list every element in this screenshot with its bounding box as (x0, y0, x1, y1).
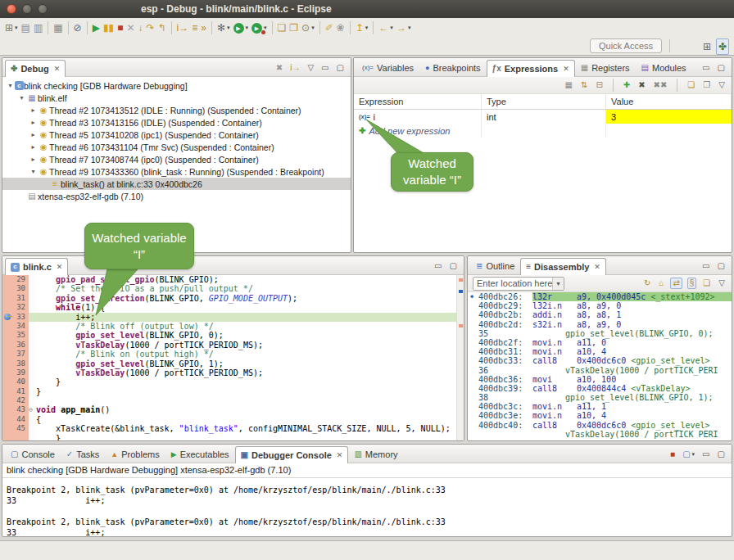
line-number-gutter[interactable]: 30 (2, 284, 29, 293)
debug-icon[interactable]: ✻▾ (215, 20, 232, 36)
save-all-icon[interactable]: ▥ (32, 20, 44, 36)
maximize-icon[interactable]: ▢ (716, 63, 727, 73)
tab-debug[interactable]: ✤ Debug ✕ (5, 60, 66, 77)
run-icon[interactable]: ▶▾ (232, 20, 251, 36)
line-number-gutter[interactable]: 45 (2, 424, 29, 433)
minimize-icon[interactable]: ▭ (433, 261, 443, 271)
maximize-icon[interactable]: ▢ (335, 63, 346, 73)
expand-arrow-icon[interactable]: ▸ (29, 131, 38, 138)
column-header-value[interactable]: Value (606, 94, 732, 109)
expand-arrow-icon[interactable]: ▸ (29, 119, 38, 126)
tree-row[interactable]: ▸◉Thread #5 1073410208 (ipc1) (Suspended… (2, 129, 351, 141)
disassembly-row[interactable]: 400dbc3e:movi.na10, 4 (468, 411, 732, 420)
display-selected-console-icon[interactable]: ▢▾ (681, 449, 696, 459)
tree-row[interactable]: ▸◉Thread #7 1073408744 (ipc0) (Suspended… (2, 153, 351, 165)
maximize-icon[interactable]: ▢ (448, 261, 459, 271)
resume-icon[interactable]: ▶ (91, 20, 102, 36)
editor-line[interactable]: 42 (2, 396, 464, 405)
remove-expression-icon[interactable]: ✖ (637, 80, 646, 90)
last-edit-location-icon[interactable]: ↥▾ (354, 20, 370, 36)
step-into-icon[interactable]: ↓ (136, 20, 144, 36)
skip-all-breakpoints-icon[interactable]: ⊘ (72, 20, 84, 36)
add-new-expression-row[interactable]: ✚ Add new expression (354, 124, 732, 138)
editor-line[interactable]: 34 /* Blink off (output low) */ (2, 322, 464, 331)
remove-all-terminated-icon[interactable]: ✖ (274, 63, 284, 73)
code-editor[interactable]: 29 gpio_pad_select_gpio(BLINK_GPIO);30 /… (2, 275, 464, 441)
terminate-icon[interactable]: ■ (116, 20, 125, 36)
disassembly-row[interactable]: 400dbc33:call80x400dc6c0 <gpio_set_level… (468, 356, 732, 365)
show-source-icon[interactable]: § (687, 278, 697, 289)
tree-row[interactable]: ▸◉Thread #2 1073413512 (IDLE : Running) … (2, 104, 351, 116)
line-number-gutter[interactable]: 33→ (2, 313, 29, 322)
console-output[interactable]: Breakpoint 2, blink_task (pvParameter=0x… (2, 478, 732, 537)
editor-line[interactable]: 38 gpio_set_level(BLINK_GPIO, 1); (2, 359, 464, 368)
tree-row[interactable]: ▾▦blink.elf (2, 92, 351, 104)
disassembly-row[interactable]: 400dbc40:call80x400dc6c0 <gpio_set_level… (468, 421, 732, 430)
tab-breakpoints[interactable]: ●Breakpoints (419, 59, 487, 76)
tree-row[interactable]: ▾cblink checking [GDB Hardware Debugging… (2, 79, 351, 92)
expand-arrow-icon[interactable]: ▾ (29, 168, 38, 175)
column-header-type[interactable]: Type (482, 94, 606, 109)
editor-line[interactable]: 41} (2, 387, 464, 396)
line-number-gutter[interactable]: 34 (2, 322, 29, 331)
tree-row[interactable]: ▤xtensa-esp32-elf-gdb (7.10) (2, 190, 351, 202)
line-number-gutter[interactable]: 40 (2, 377, 29, 386)
collapse-all-icon[interactable]: ⊟ (594, 80, 604, 90)
line-number-gutter[interactable]: 36 (2, 341, 29, 350)
disassembly-row[interactable]: 35gpio_set_level(BLINK_GPIO, 0); (468, 329, 732, 338)
line-number-gutter[interactable]: 38 (2, 359, 29, 368)
location-input[interactable]: Enter location here (473, 278, 552, 290)
refresh-icon[interactable]: ↻ (642, 278, 652, 289)
editor-line[interactable]: 29 gpio_pad_select_gpio(BLINK_GPIO); (2, 275, 464, 284)
forward-icon[interactable]: →▾ (395, 20, 413, 36)
editor-overview-ruler[interactable] (456, 275, 464, 441)
line-number-gutter[interactable]: 39 (2, 368, 29, 377)
tab-debugger-console[interactable]: ▣Debugger Console✕ (235, 446, 349, 463)
line-number-gutter[interactable]: 42 (2, 396, 29, 405)
line-number-gutter[interactable]: 41 (2, 387, 29, 396)
line-number-gutter[interactable]: 29 (2, 275, 29, 284)
tab-console[interactable]: ▢Console (5, 445, 61, 463)
show-logical-structures-icon[interactable]: ⇅ (579, 80, 589, 90)
tab-memory[interactable]: ▥Memory (348, 445, 403, 463)
open-folder-icon[interactable]: ❐ (288, 20, 300, 36)
external-tools-icon[interactable]: ▶▾ (250, 20, 269, 36)
expand-arrow-icon[interactable]: ▾ (6, 82, 15, 89)
editor-line[interactable]: 43⊖void app_main() (2, 405, 464, 414)
editor-line[interactable]: 44{ (2, 415, 464, 424)
minimize-icon[interactable]: ▭ (700, 261, 711, 271)
instruction-stepping-icon[interactable]: i→ (175, 20, 191, 36)
line-number-gutter[interactable] (2, 434, 29, 441)
editor-line[interactable]: } (2, 434, 464, 441)
tab-tasks[interactable]: ✓Tasks (61, 445, 106, 463)
pin-view-icon[interactable]: ❐ (701, 80, 712, 90)
show-type-names-icon[interactable]: ▦ (564, 80, 574, 90)
disassembly-row[interactable]: 400dbc29:l32i.na8, a9, 0 (468, 301, 732, 310)
tab-variables[interactable]: (x)=Variables (356, 59, 419, 76)
back-icon[interactable]: ←▾ (377, 20, 395, 36)
annotation-navigation-icon[interactable]: ❀ (335, 20, 347, 36)
minimize-icon[interactable]: ▭ (319, 63, 330, 73)
disassembly-row[interactable]: 36vTaskDelay(1000 / portTICK_PERI (468, 366, 732, 375)
step-return-icon[interactable]: ↰ (156, 20, 168, 36)
close-tab-icon[interactable]: ✕ (563, 65, 569, 73)
expression-row[interactable]: (x)= i int 3 (354, 110, 732, 124)
editor-line[interactable]: 39 vTaskDelay(1000 / portTICK_PERIOD_MS)… (2, 368, 464, 377)
tab-disassembly[interactable]: ≡Disassembly✕ (520, 258, 606, 275)
expand-arrow-icon[interactable]: ▸ (29, 106, 38, 114)
line-number-gutter[interactable]: 37 (2, 350, 29, 359)
disassembly-row[interactable]: vTaskDelay(1000 / portTICK_PERI (468, 430, 732, 439)
editor-line[interactable]: 37 /* Blink on (output high) */ (2, 350, 464, 359)
disassembly-row[interactable]: ◆400dbc26:l32ra9, 0x400d045c <_stext+109… (468, 292, 732, 301)
instruction-stepping-mode-icon[interactable]: i→ (288, 63, 301, 73)
window-close-button[interactable] (7, 4, 16, 14)
minimize-icon[interactable]: ▭ (700, 449, 711, 459)
annotation-mark[interactable] (459, 278, 463, 282)
open-perspective-icon[interactable]: ⊞ (701, 38, 713, 55)
line-number-gutter[interactable]: 35 (2, 331, 29, 340)
tab-expressions[interactable]: ƒxExpressions✕ (487, 60, 575, 77)
editor-line[interactable]: 35 gpio_set_level(BLINK_GPIO, 0); (2, 331, 464, 340)
maximize-icon[interactable]: ▢ (716, 449, 727, 459)
window-minimize-button[interactable] (22, 4, 32, 14)
disassembly-row[interactable]: 400dbc2b:addi.na8, a8, 1 (468, 310, 732, 319)
